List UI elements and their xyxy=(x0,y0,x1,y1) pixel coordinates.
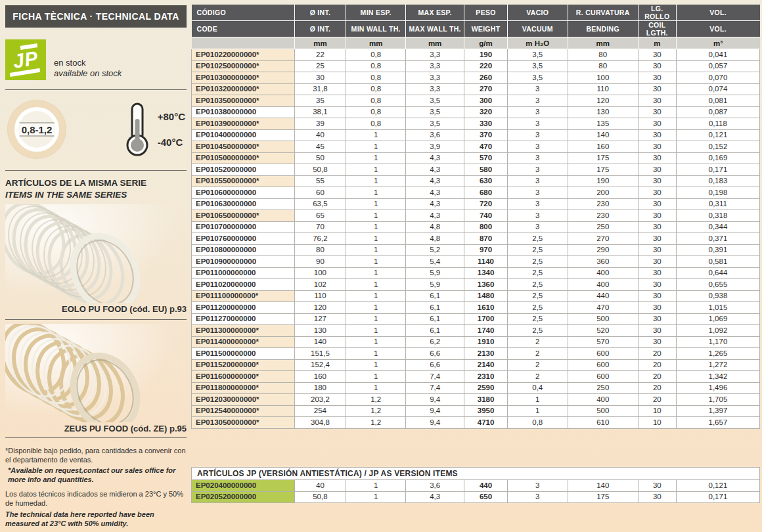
value-cell: 55 xyxy=(294,175,346,187)
table-row: EP011300000000*13016,117402,5520301,092 xyxy=(192,325,760,337)
value-cell: 1910 xyxy=(464,336,508,348)
value-cell: 0,171 xyxy=(676,491,759,503)
value-cell: 0,8 xyxy=(346,106,406,118)
value-cell: 360 xyxy=(568,256,638,268)
value-cell: 3 xyxy=(507,106,568,118)
value-cell: 100 xyxy=(294,267,346,279)
product-code-cell: EP010500000000* xyxy=(192,152,295,164)
table-row: EP010220000000*220,83,31903,580300,041 xyxy=(192,49,760,61)
value-cell: 1 xyxy=(346,221,406,233)
value-cell: 30 xyxy=(638,83,676,95)
value-cell: 135 xyxy=(568,118,638,130)
value-cell: 470 xyxy=(568,302,638,314)
value-cell: 570 xyxy=(464,152,508,164)
value-cell: 600 xyxy=(568,348,638,360)
value-cell: 0,041 xyxy=(676,49,759,61)
value-cell: 0,8 xyxy=(346,60,406,72)
value-cell: 3,6 xyxy=(406,480,464,492)
value-cell: 151,5 xyxy=(294,348,346,360)
product-code-cell: EP010380000000 xyxy=(192,106,295,118)
product-code-cell: EP010700000000 xyxy=(192,221,295,233)
value-cell: 1360 xyxy=(464,279,508,291)
table-row: EP010550000000*5514,36303190300,183 xyxy=(192,175,760,187)
value-cell: 31,8 xyxy=(294,83,346,95)
value-cell: 0,655 xyxy=(676,279,759,291)
value-cell: 1,092 xyxy=(676,325,759,337)
value-cell: 2,5 xyxy=(507,256,568,268)
value-cell: 3 xyxy=(507,118,568,130)
value-cell: 2 xyxy=(507,348,568,360)
value-cell: 0,152 xyxy=(676,141,759,153)
value-cell: 1 xyxy=(346,290,406,302)
col-header-es: VACIO xyxy=(507,5,568,21)
value-cell: 1 xyxy=(346,371,406,383)
value-cell: 3,3 xyxy=(406,49,464,61)
value-cell: 304,8 xyxy=(294,417,346,429)
value-cell: 120 xyxy=(294,302,346,314)
value-cell: 1 xyxy=(346,491,406,503)
value-cell: 1 xyxy=(346,480,406,492)
value-cell: 30 xyxy=(638,267,676,279)
value-cell: 3,5 xyxy=(507,49,568,61)
table-row: EP01120000000012016,116102,5470301,015 xyxy=(192,302,760,314)
specs-row: 0,8-1,2 +80°C -40°C xyxy=(5,97,187,162)
value-cell: 400 xyxy=(568,279,638,291)
value-cell: 0,118 xyxy=(676,118,759,130)
hose-image-zeus xyxy=(5,324,187,422)
value-cell: 2,5 xyxy=(507,290,568,302)
value-cell: 0,344 xyxy=(676,221,759,233)
value-cell: 10 xyxy=(638,405,676,417)
value-cell: 1,705 xyxy=(676,394,759,406)
value-cell: 30 xyxy=(638,118,676,130)
header-row-es: CÓDIGOØ INT.MIN ESP.MAX ESP.PESOVACIOR. … xyxy=(192,5,760,21)
unit-cell: m xyxy=(638,37,676,49)
footnote-conditions-en: The technical data here reported have be… xyxy=(5,510,187,528)
col-header-es: R. CURVATURA xyxy=(568,5,638,21)
stock-label-en: available on stock xyxy=(54,68,122,79)
value-cell: 30 xyxy=(638,210,676,222)
value-cell: 80 xyxy=(568,49,638,61)
value-cell: 1 xyxy=(346,336,406,348)
value-cell: 1 xyxy=(346,382,406,394)
value-cell: 40 xyxy=(294,480,346,492)
value-cell: 600 xyxy=(568,359,638,371)
value-cell: 1,2 xyxy=(346,417,406,429)
divider xyxy=(5,89,187,90)
sidebar: FICHA TÈCNICA · TECHNICAL DATA JP en sto… xyxy=(5,5,187,529)
value-cell: 1 xyxy=(346,152,406,164)
value-cell: 3,3 xyxy=(406,83,464,95)
table-body: EP010220000000*220,83,31903,580300,041EP… xyxy=(192,49,760,429)
product-code-cell: EP012540000000* xyxy=(192,405,295,417)
value-cell: 1 xyxy=(346,233,406,245)
value-cell: 175 xyxy=(568,491,638,503)
product-code-cell: EP010350000000* xyxy=(192,95,295,107)
value-cell: 270 xyxy=(568,233,638,245)
col-header-en: MIN WALL TH. xyxy=(346,21,406,37)
footnotes: *Disponible bajo pedido, para cantidades… xyxy=(5,446,187,528)
product-code-cell: EP011000000000 xyxy=(192,267,295,279)
value-cell: 3 xyxy=(507,491,568,503)
value-cell: 3 xyxy=(507,141,568,153)
table-row: EP01063000000063,514,37203230300,311 xyxy=(192,198,760,210)
table-row: EP013050000000*304,81,29,447100,8610101,… xyxy=(192,417,760,429)
value-cell: 3,6 xyxy=(406,129,464,141)
value-cell: 30 xyxy=(638,325,676,337)
value-cell: 50,8 xyxy=(294,491,346,503)
table-row: EP011400000000*14016,219102570301,170 xyxy=(192,336,760,348)
value-cell: 130 xyxy=(568,106,638,118)
value-cell: 0,8 xyxy=(346,49,406,61)
temp-max: +80°C xyxy=(158,111,185,122)
same-series-heading-es: ARTÍCULOS DE LA MISMA SERIE xyxy=(5,177,187,189)
value-cell: 3,5 xyxy=(406,106,464,118)
value-cell: 190 xyxy=(568,175,638,187)
table-row: EP011100000000*11016,114802,5440300,938 xyxy=(192,290,760,302)
value-cell: 1 xyxy=(346,244,406,256)
as-table-title-row: ARTÍCULOS JP (VERSIÓN ANTIESTÁTICA) / JP… xyxy=(192,468,760,480)
value-cell: 400 xyxy=(568,267,638,279)
hose-caption-eolo: EOLO PU FOOD (cód. EU) p.93 xyxy=(5,304,187,314)
value-cell: 20 xyxy=(638,371,676,383)
value-cell: 3 xyxy=(507,210,568,222)
value-cell: 1 xyxy=(346,359,406,371)
value-cell: 20 xyxy=(638,394,676,406)
value-cell: 230 xyxy=(568,210,638,222)
